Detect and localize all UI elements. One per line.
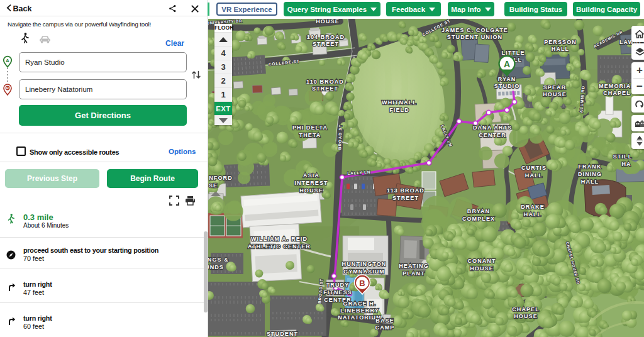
svg-text:CURTIS: CURTIS [521,165,547,171]
svg-text:HEATING: HEATING [399,263,429,269]
svg-text:DINING: DINING [578,171,602,177]
svg-text:INTEREST: INTEREST [294,180,328,186]
svg-text:THETA: THETA [299,132,321,138]
svg-text:FITNESS: FITNESS [323,289,352,296]
svg-text:113 BROAD: 113 BROAD [387,187,425,194]
svg-text:STREET: STREET [392,195,419,201]
svg-text:GYMNASIUM: GYMNASIUM [343,268,385,275]
svg-text:MEMORIAL: MEMORIAL [599,83,635,89]
svg-text:A: A [504,59,510,69]
svg-text:PLANT: PLANT [402,270,425,277]
svg-text:LITTLE: LITTLE [501,50,525,56]
svg-text:WILLIAM A. REID: WILLIAM A. REID [251,236,308,242]
svg-text:DRAKE: DRAKE [521,204,545,210]
svg-text:TRUDY: TRUDY [326,282,350,288]
svg-text:CONANT: CONANT [467,258,496,264]
svg-text:LINEBERRY: LINEBERRY [340,307,379,314]
svg-text:BASE: BASE [375,318,394,324]
svg-text:HOUSE: HOUSE [514,313,538,319]
svg-text:RYAN: RYAN [498,76,516,82]
svg-text:HA: HA [621,161,631,167]
svg-text:HALL: HALL [524,211,541,218]
svg-text:ATHLETIC CENTER: ATHLETIC CENTER [248,243,311,250]
svg-text:104 BROAD: 104 BROAD [307,34,345,40]
svg-text:STUDENT UNION: STUDENT UNION [447,34,502,40]
svg-text:NATATORIUM: NATATORIUM [338,314,381,321]
svg-text:STUDIO: STUDIO [494,83,520,89]
svg-text:HOUSE: HOUSE [543,91,567,97]
svg-text:COMPLEX: COMPLEX [462,216,495,222]
svg-text:STREET: STREET [312,86,338,92]
svg-text:DANA ARTS: DANA ARTS [473,124,512,131]
svg-text:CHAPEL: CHAPEL [603,90,631,96]
svg-text:CHAPEL: CHAPEL [512,306,540,312]
svg-text:HOUSE: HOUSE [470,265,494,272]
svg-text:PHI DELTA: PHI DELTA [292,124,328,131]
svg-text:BRYAN: BRYAN [467,208,490,214]
svg-text:ASIA: ASIA [303,172,319,179]
svg-text:HOUSE: HOUSE [299,187,323,194]
svg-text:UNDS: UNDS [208,264,224,270]
svg-text:B: B [359,279,365,288]
svg-text:B: B [6,86,9,90]
svg-text:BROAD ST: BROAD ST [337,124,342,150]
svg-text:STREET: STREET [313,41,339,47]
svg-text:HOUSE: HOUSE [316,19,340,25]
svg-text:JAMES C. COLGATE: JAMES C. COLGATE [441,27,508,33]
svg-text:PERSSON: PERSSON [544,39,577,45]
svg-text:HALL: HALL [525,172,543,179]
svg-text:GRACE H.: GRACE H. [343,301,377,307]
svg-text:110 BROAD: 110 BROAD [306,79,344,85]
svg-text:SE: SE [209,182,218,189]
svg-text:STUDENT: STUDENT [267,331,298,337]
svg-text:CENTER: CENTER [479,132,506,138]
svg-text:A: A [6,58,9,64]
svg-text:NFORD: NFORD [209,175,233,181]
svg-text:SPEAR: SPEAR [543,84,567,91]
svg-text:FIELD: FIELD [389,107,409,113]
svg-text:INGS &: INGS & [208,257,229,263]
svg-text:HUNTINGTON: HUNTINGTON [342,261,387,267]
svg-text:FRANK: FRANK [579,163,602,170]
svg-text:CAMP: CAMP [375,324,395,331]
svg-text:WHITNALL: WHITNALL [382,99,417,106]
svg-text:STILL: STILL [613,153,633,160]
svg-text:HALL: HALL [552,46,569,52]
svg-text:HALL: HALL [581,179,599,185]
